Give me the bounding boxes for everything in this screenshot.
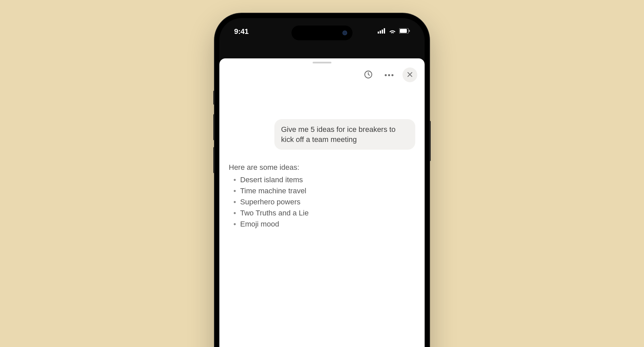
mute-switch [213, 91, 215, 105]
cellular-signal-icon [378, 28, 386, 35]
list-item: Superhero powers [229, 196, 415, 207]
front-camera [342, 31, 347, 35]
svg-rect-3 [384, 28, 385, 34]
ai-response-intro: Here are some ideas: [229, 162, 415, 173]
volume-up-button [213, 114, 215, 140]
ai-response: Here are some ideas: Desert island items… [229, 162, 415, 230]
status-icons [378, 28, 410, 35]
list-item: Two Truths and a Lie [229, 207, 415, 218]
wifi-icon [388, 28, 396, 35]
list-item: Desert island items [229, 174, 415, 185]
svg-point-8 [385, 74, 387, 76]
phone-screen: 9:41 [219, 18, 425, 347]
history-button[interactable] [361, 67, 376, 82]
svg-rect-6 [409, 30, 410, 32]
status-time: 9:41 [234, 27, 249, 36]
clock-icon [364, 70, 373, 80]
more-button[interactable] [382, 67, 396, 82]
user-message-bubble: Give me 5 ideas for ice breakers to kick… [274, 119, 415, 150]
dynamic-island [291, 26, 353, 40]
svg-point-10 [391, 74, 393, 76]
svg-point-9 [388, 74, 390, 76]
svg-rect-0 [378, 32, 379, 34]
battery-icon [399, 28, 410, 35]
close-icon [407, 71, 413, 79]
phone-frame: 9:41 [215, 13, 429, 347]
svg-rect-5 [400, 29, 407, 33]
svg-rect-2 [382, 30, 383, 34]
svg-rect-1 [380, 31, 381, 34]
list-item: Emoji mood [229, 218, 415, 230]
app-sheet: Give me 5 ideas for ice breakers to kick… [219, 58, 425, 347]
close-button[interactable] [402, 67, 417, 82]
volume-down-button [213, 147, 215, 173]
header-actions [219, 63, 425, 82]
power-button [429, 121, 431, 161]
list-item: Time machine travel [229, 185, 415, 196]
ai-response-list: Desert island items Time machine travel … [229, 174, 415, 230]
chat-area: Give me 5 ideas for ice breakers to kick… [219, 82, 425, 347]
ellipsis-icon [384, 72, 394, 78]
